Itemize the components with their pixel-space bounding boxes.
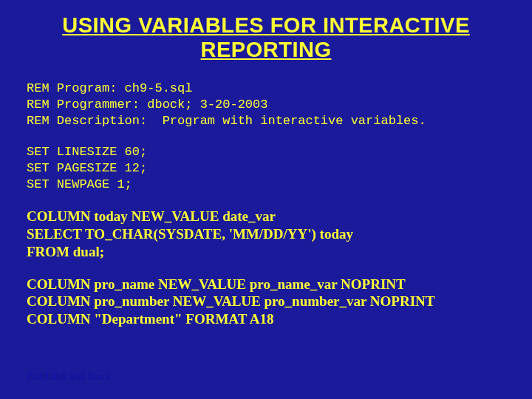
slide-title: USING VARIABLES FOR INTERACTIVE REPORTIN… <box>41 13 491 63</box>
code-block-rem: REM Program: ch9-5.sql REM Programmer: d… <box>27 81 505 129</box>
code-block-column-today: COLUMN today NEW_VALUE date_var SELECT T… <box>27 208 505 260</box>
slide: USING VARIABLES FOR INTERACTIVE REPORTIN… <box>0 0 532 399</box>
code-block-column-pro: COLUMN pro_name NEW_VALUE pro_name_var N… <box>27 276 505 328</box>
code-block-set: SET LINESIZE 60; SET PAGESIZE 12; SET NE… <box>27 144 505 193</box>
footer-credit: Bordoloi and Bock <box>27 370 111 383</box>
